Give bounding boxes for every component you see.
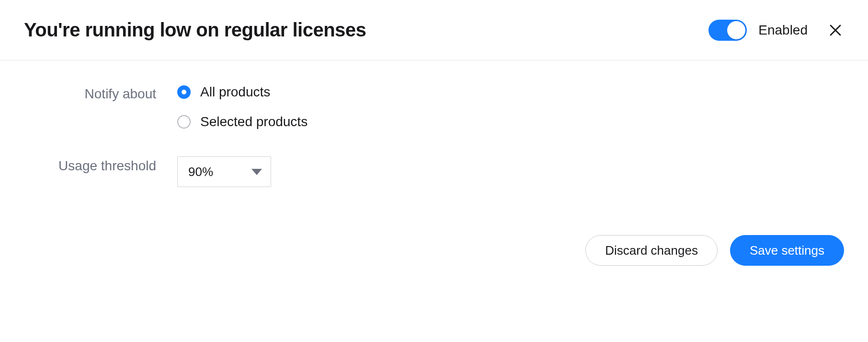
notify-about-label: Notify about bbox=[24, 84, 177, 102]
close-button[interactable] bbox=[827, 22, 844, 39]
usage-threshold-label: Usage threshold bbox=[24, 156, 177, 174]
radio-indicator-unchecked bbox=[177, 115, 191, 129]
radio-selected-products[interactable]: Selected products bbox=[177, 114, 844, 130]
enabled-toggle-label: Enabled bbox=[758, 23, 808, 38]
usage-threshold-select[interactable]: 90% bbox=[177, 156, 271, 187]
panel-title: You're running low on regular licenses bbox=[24, 19, 366, 41]
enabled-toggle[interactable] bbox=[708, 20, 747, 41]
usage-threshold-row: Usage threshold 90% bbox=[24, 156, 844, 187]
notify-about-row: Notify about All products Selected produ… bbox=[24, 84, 844, 130]
panel-body: Notify about All products Selected produ… bbox=[0, 60, 868, 187]
discard-changes-button[interactable]: Discard changes bbox=[585, 235, 718, 266]
save-settings-label: Save settings bbox=[750, 243, 824, 258]
enabled-toggle-group: Enabled bbox=[708, 20, 808, 41]
usage-threshold-value: 90% bbox=[188, 165, 213, 179]
panel-header: You're running low on regular licenses E… bbox=[0, 0, 868, 60]
usage-threshold-control: 90% bbox=[177, 156, 844, 187]
save-settings-button[interactable]: Save settings bbox=[730, 235, 844, 266]
panel-footer: Discard changes Save settings bbox=[0, 187, 868, 290]
settings-panel: You're running low on regular licenses E… bbox=[0, 0, 868, 290]
radio-indicator-checked bbox=[177, 85, 191, 99]
notify-about-radio-group: All products Selected products bbox=[177, 84, 844, 130]
radio-selected-products-label: Selected products bbox=[200, 114, 308, 130]
toggle-knob bbox=[727, 21, 745, 39]
close-icon bbox=[828, 23, 843, 37]
radio-all-products-label: All products bbox=[200, 84, 270, 100]
radio-all-products[interactable]: All products bbox=[177, 84, 844, 100]
discard-changes-label: Discard changes bbox=[605, 243, 698, 258]
chevron-down-icon bbox=[251, 169, 262, 175]
